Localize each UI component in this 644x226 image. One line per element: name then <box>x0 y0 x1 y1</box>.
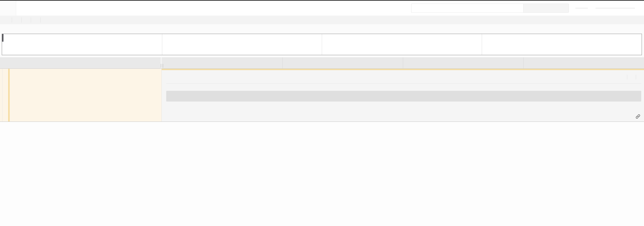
keyboard-shortcuts-button[interactable] <box>575 8 588 8</box>
service-operation-header <box>0 57 162 68</box>
span-detail-row <box>0 69 644 122</box>
trace-minimap <box>0 24 644 57</box>
span-detail-left-gutter <box>0 69 162 121</box>
find-group <box>411 4 569 13</box>
minimap-tick-labels <box>0 26 644 32</box>
trace-summary-bar <box>0 16 644 24</box>
find-input[interactable] <box>411 4 524 13</box>
timeline-header <box>0 57 644 69</box>
back-button[interactable] <box>0 1 16 16</box>
logs-row[interactable] <box>166 91 641 102</box>
timeline-ruler <box>162 57 644 68</box>
find-controls <box>524 4 569 13</box>
span-detail-meta <box>622 75 641 80</box>
service-color-bar <box>8 69 10 121</box>
trace-header <box>0 1 644 16</box>
minimap-canvas[interactable] <box>2 34 642 55</box>
span-detail-panel <box>162 69 644 121</box>
trace-timeline-dropdown[interactable] <box>596 8 635 8</box>
span-id-row <box>631 114 640 119</box>
jaeger-trace-view <box>0 0 644 226</box>
minimap-scrubber-handle[interactable] <box>2 34 4 42</box>
span-rows <box>0 69 644 226</box>
copy-link-icon[interactable] <box>635 114 640 119</box>
